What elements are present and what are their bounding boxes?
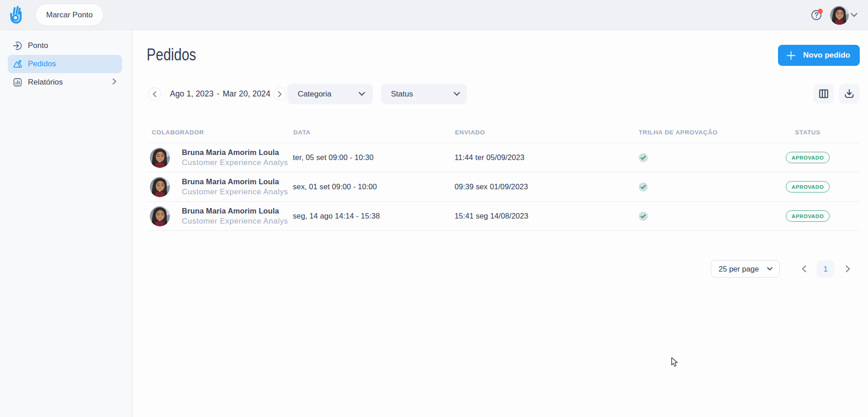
plus-icon bbox=[787, 51, 795, 60]
table-row[interactable]: Bruna Maria Amorim Loula Customer Experi… bbox=[147, 143, 859, 172]
colaborador-name: Bruna Maria Amorim Loula bbox=[182, 148, 288, 157]
colaborador-name: Bruna Maria Amorim Loula bbox=[182, 177, 288, 186]
data-cell: ter, 05 set 09:00 - 10:30 bbox=[293, 153, 455, 162]
table-actions bbox=[814, 84, 859, 104]
status-badge: APROVADO bbox=[786, 181, 830, 192]
sidebar-item-label: Ponto bbox=[28, 41, 48, 50]
pagination: 25 per page 1 bbox=[711, 260, 852, 278]
marcar-ponto-button[interactable]: Marcar Ponto bbox=[35, 4, 104, 26]
login-icon bbox=[13, 41, 22, 51]
colaborador-role: Customer Experience Analyst bbox=[182, 217, 288, 226]
colaborador-cell: Bruna Maria Amorim Loula Customer Experi… bbox=[147, 177, 293, 197]
filters-row: Ago 1, 2023-Mar 20, 2024 Categoria Statu… bbox=[148, 84, 467, 104]
enviado-cell: 09:39 sex 01/09/2023 bbox=[455, 182, 639, 191]
column-header-data: DATA bbox=[293, 129, 455, 136]
approved-check-icon bbox=[639, 212, 648, 221]
trilha-cell bbox=[639, 182, 786, 192]
topbar: Marcar Ponto bbox=[0, 0, 868, 30]
column-header-status: STATUS bbox=[786, 129, 830, 136]
sidebar-item-label: Pedidos bbox=[28, 59, 56, 69]
colaborador-name: Bruna Maria Amorim Loula bbox=[182, 207, 288, 215]
sidebar: Ponto Pedidos Relatórios bbox=[0, 30, 133, 417]
date-range: Ago 1, 2023-Mar 20, 2024 bbox=[170, 89, 270, 99]
user-avatar[interactable] bbox=[830, 6, 849, 25]
date-next-button[interactable] bbox=[273, 87, 286, 101]
colaborador-avatar bbox=[150, 148, 170, 168]
column-header-enviado: ENVIADO bbox=[455, 129, 639, 136]
page-title: Pedidos bbox=[147, 45, 196, 65]
novo-pedido-button[interactable]: Novo pedido bbox=[778, 45, 860, 66]
download-button[interactable] bbox=[839, 84, 859, 104]
sidebar-item-ponto[interactable]: Ponto bbox=[8, 37, 122, 55]
status-select[interactable]: Status bbox=[381, 84, 467, 104]
page-prev-button[interactable] bbox=[800, 265, 808, 273]
column-header-trilha: TRILHA DE APROVAÇÃO bbox=[639, 129, 786, 136]
trilha-cell bbox=[639, 153, 786, 162]
help-button[interactable] bbox=[811, 10, 821, 20]
status-badge: APROVADO bbox=[786, 152, 830, 163]
notification-dot bbox=[818, 9, 823, 14]
status-cell: APROVADO bbox=[786, 152, 830, 163]
data-cell: sex, 01 set 09:00 - 10:00 bbox=[293, 182, 455, 191]
sidebar-item-relatorios[interactable]: Relatórios bbox=[8, 73, 122, 91]
approved-check-icon bbox=[639, 182, 648, 192]
column-header-colaborador: COLABORADOR bbox=[147, 129, 293, 136]
trilha-cell bbox=[639, 212, 786, 221]
mountains-icon bbox=[13, 59, 22, 69]
page-next-button[interactable] bbox=[844, 265, 852, 273]
colaborador-avatar bbox=[150, 206, 170, 226]
data-cell: seg, 14 ago 14:14 - 15:38 bbox=[293, 212, 455, 220]
sidebar-item-pedidos[interactable]: Pedidos bbox=[8, 55, 122, 73]
colaborador-role: Customer Experience Analyst bbox=[182, 158, 288, 167]
pedidos-table: COLABORADOR DATA ENVIADO TRILHA DE APROV… bbox=[147, 129, 859, 231]
chevron-right-icon bbox=[112, 78, 116, 87]
main-content: Pedidos Novo pedido Ago 1, 2023-Mar 20, … bbox=[133, 30, 868, 417]
columns-button[interactable] bbox=[814, 84, 834, 104]
chevron-down-icon[interactable] bbox=[851, 13, 857, 17]
categoria-select[interactable]: Categoria bbox=[287, 84, 373, 104]
status-cell: APROVADO bbox=[786, 181, 830, 192]
colaborador-cell: Bruna Maria Amorim Loula Customer Experi… bbox=[147, 148, 293, 168]
colaborador-cell: Bruna Maria Amorim Loula Customer Experi… bbox=[147, 206, 293, 226]
table-row[interactable]: Bruna Maria Amorim Loula Customer Experi… bbox=[147, 202, 859, 231]
topbar-right bbox=[811, 0, 857, 30]
colaborador-role: Customer Experience Analyst bbox=[182, 187, 288, 197]
page-number[interactable]: 1 bbox=[817, 260, 834, 278]
bar-chart-icon bbox=[13, 78, 22, 87]
status-badge: APROVADO bbox=[786, 210, 830, 222]
approved-check-icon bbox=[639, 153, 648, 162]
table-header: COLABORADOR DATA ENVIADO TRILHA DE APROV… bbox=[147, 129, 859, 143]
hand-logo bbox=[9, 5, 23, 24]
status-cell: APROVADO bbox=[786, 210, 830, 222]
colaborador-avatar bbox=[150, 177, 170, 197]
table-row[interactable]: Bruna Maria Amorim Loula Customer Experi… bbox=[147, 172, 859, 202]
enviado-cell: 11:44 ter 05/09/2023 bbox=[455, 153, 639, 162]
sidebar-item-label: Relatórios bbox=[28, 78, 63, 87]
date-prev-button[interactable] bbox=[148, 87, 161, 101]
per-page-select[interactable]: 25 per page bbox=[711, 260, 780, 278]
enviado-cell: 15:41 seg 14/08/2023 bbox=[455, 212, 639, 220]
